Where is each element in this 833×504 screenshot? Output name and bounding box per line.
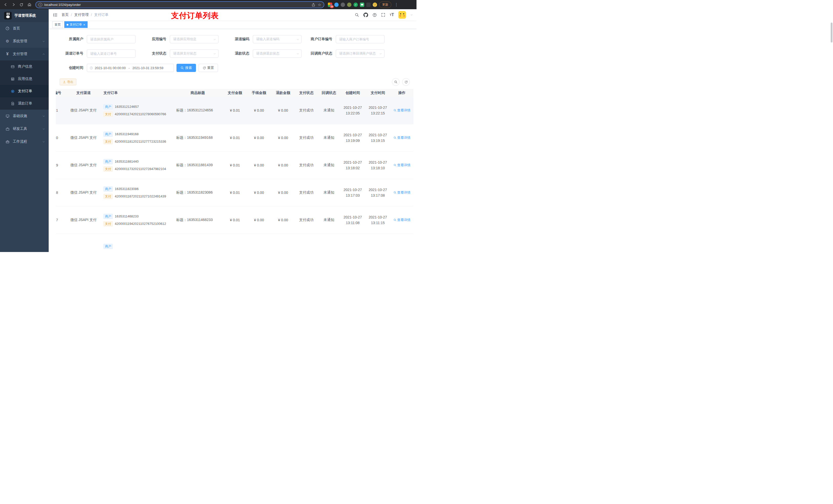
- create-time-range-picker[interactable]: 2021-10-01 00:00:00 - 2021-10-31 23:59:5…: [87, 64, 174, 72]
- sidebar-item-refund-order[interactable]: 退款订单: [0, 97, 49, 110]
- back-icon[interactable]: [2, 1, 9, 8]
- create-time-cell: 2021-10-27 13:17:03: [340, 187, 365, 198]
- app-select[interactable]: 请选择应用信息: [170, 35, 218, 43]
- url-text: localhost:1024/pay/order: [44, 3, 81, 7]
- tab-home[interactable]: 首页: [52, 21, 63, 28]
- sidebar-item-workflow[interactable]: 工作流程: [0, 135, 49, 148]
- view-detail-link[interactable]: 查看详情: [394, 190, 411, 195]
- profile-avatar-icon[interactable]: [373, 3, 377, 7]
- merchant-tag: 商户: [103, 131, 113, 137]
- pay-amount-cell: ¥ 0.01: [223, 191, 247, 195]
- channel-order-no-input[interactable]: [87, 49, 136, 57]
- reset-button[interactable]: 重置: [198, 64, 218, 72]
- refund-amount-cell: ¥ 0.00: [271, 163, 295, 167]
- pay-order-no: 4200001173202110272847982104: [115, 167, 166, 171]
- chevron-down-icon: [213, 52, 216, 55]
- chevron-down-icon: [213, 38, 216, 41]
- export-button[interactable]: 导出: [60, 79, 76, 85]
- channel-code-select[interactable]: 请输入渠道编码: [253, 35, 302, 43]
- home-icon[interactable]: [26, 1, 33, 8]
- sidebar-toggle-icon[interactable]: [49, 9, 62, 21]
- extension-icon[interactable]: [366, 3, 371, 7]
- pay-tag: 支付: [103, 166, 113, 172]
- sidebar-item-app-info[interactable]: 应用信息: [0, 73, 49, 85]
- pay-order-cell: 商户: [101, 244, 173, 251]
- address-bar[interactable]: i localhost:1024/pay/order ☆: [35, 1, 324, 8]
- chrome-update-button[interactable]: 更新: [379, 2, 391, 8]
- sidebar-item-merchant-info[interactable]: 商户信息: [0, 61, 49, 73]
- sidebar-item-devtools[interactable]: 研发工具: [0, 122, 49, 135]
- merchant-input[interactable]: [87, 35, 136, 43]
- product-title-cell: 标题：1635311881439: [173, 163, 223, 167]
- view-detail-link[interactable]: 查看详情: [394, 108, 411, 113]
- notify-status-select[interactable]: 请选择订单回调商户状态: [336, 49, 384, 57]
- merchant-tag: 商户: [103, 159, 113, 164]
- extension-icon[interactable]: [360, 3, 364, 7]
- view-detail-link[interactable]: 查看详情: [394, 218, 411, 222]
- refund-amount-cell: ¥ 0.00: [271, 191, 295, 195]
- pay-channel-cell: 微信 JSAPI 支付: [66, 108, 101, 113]
- pay-tag: 支付: [103, 194, 113, 199]
- document-icon: [10, 101, 15, 106]
- font-size-icon[interactable]: TT: [389, 13, 394, 17]
- extension-icon[interactable]: [334, 3, 339, 7]
- refresh-button[interactable]: [402, 78, 410, 86]
- table-row: 18 微信 JSAPI 支付 商户 1635311823086 支付 42000…: [56, 179, 413, 207]
- page-content: 所属商户 应用编号 请选择应用信息 渠道编码 请输入渠道编码: [49, 29, 416, 252]
- breadcrumb-payment[interactable]: 支付管理: [74, 13, 89, 17]
- sidebar-item-system[interactable]: ⚙ 系统管理: [0, 35, 49, 48]
- search-icon[interactable]: [355, 13, 359, 17]
- merchant-order-no: 1635312124657: [115, 105, 139, 109]
- chrome-menu-icon[interactable]: ⋮: [394, 2, 399, 7]
- pay-tag: 支付: [103, 221, 113, 226]
- briefcase-icon: [5, 139, 10, 144]
- breadcrumb-home[interactable]: 首页: [62, 13, 69, 17]
- extension-icon[interactable]: 10: [328, 3, 332, 7]
- pay-time-cell: 2021-10-27 13:11:15: [365, 214, 390, 225]
- sidebar-item-payment[interactable]: ¥ 支付管理: [0, 48, 49, 61]
- site-info-icon[interactable]: i: [39, 3, 42, 7]
- page-title: 支付订单列表: [171, 10, 219, 21]
- table-row: 20 微信 JSAPI 支付 商户 1635311949168 支付 42000…: [56, 124, 413, 152]
- share-icon[interactable]: [311, 3, 315, 7]
- bookmark-star-icon[interactable]: ☆: [318, 3, 321, 7]
- close-icon[interactable]: ×: [83, 23, 85, 26]
- dashboard-icon: [5, 26, 10, 31]
- merchant-tag: 商户: [103, 214, 113, 219]
- forward-icon[interactable]: [10, 1, 17, 8]
- avatar-dropdown-caret-icon[interactable]: [410, 14, 413, 16]
- github-icon[interactable]: [363, 13, 368, 17]
- pay-status-cell: 支付成功: [295, 108, 318, 113]
- tab-pay-order[interactable]: 支付订单 ×: [64, 21, 88, 28]
- create-time-cell: 2021-10-27 13:11:08: [340, 214, 365, 225]
- pay-order-cell: 商户 1635311881440 支付 42000011732021102728…: [101, 159, 173, 172]
- pay-time-cell: 2021-10-27 13:19:15: [365, 132, 390, 143]
- merchant-order-no: 1635311823086: [115, 187, 139, 191]
- pay-tag: 支付: [103, 139, 113, 144]
- show-search-button[interactable]: [392, 78, 400, 86]
- view-detail-link[interactable]: 查看详情: [394, 136, 411, 140]
- create-time-cell: 2021-10-27 13:19:09: [340, 132, 365, 143]
- create-time-cell: 2021-10-27 13:18:02: [340, 160, 365, 171]
- date-start: 2021-10-01 00:00:00: [95, 66, 126, 70]
- help-icon[interactable]: [373, 13, 377, 17]
- extension-icon[interactable]: [354, 3, 358, 7]
- circle-dot-icon: [10, 89, 15, 94]
- view-detail-link[interactable]: 查看详情: [394, 163, 411, 167]
- chevron-down-icon: [42, 115, 45, 118]
- breadcrumb-current: 支付订单: [94, 13, 109, 17]
- pay-status-select[interactable]: 请选择支付状态: [170, 49, 218, 57]
- sidebar-item-pay-order[interactable]: 支付订单: [0, 85, 49, 97]
- user-avatar[interactable]: [398, 11, 406, 19]
- logo-avatar: [4, 12, 12, 20]
- sidebar-item-infra[interactable]: 基础设施: [0, 110, 49, 122]
- refund-status-select[interactable]: 请选择退款状态: [253, 49, 302, 57]
- fullscreen-icon[interactable]: [381, 13, 385, 17]
- reload-icon[interactable]: [18, 1, 25, 8]
- notify-status-cell: 未通知: [318, 108, 340, 113]
- extension-icon[interactable]: [341, 3, 345, 7]
- search-button[interactable]: 搜索: [176, 64, 196, 72]
- sidebar-item-home[interactable]: 首页: [0, 22, 49, 35]
- merchant-order-no-input[interactable]: [336, 35, 384, 43]
- extension-icon[interactable]: [347, 3, 352, 7]
